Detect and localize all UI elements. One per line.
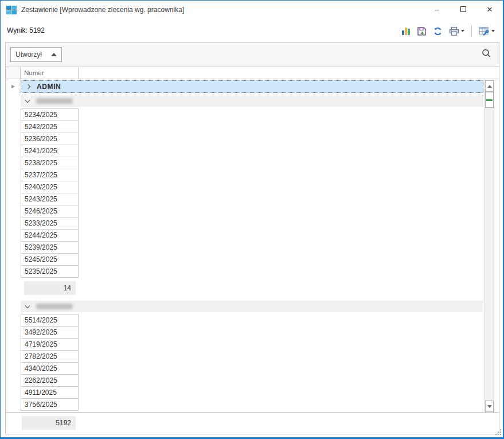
group-name-redacted bbox=[36, 304, 73, 309]
toolbar bbox=[400, 24, 496, 38]
scroll-up-icon bbox=[487, 85, 492, 88]
group-row[interactable] bbox=[21, 301, 483, 312]
numer-cell[interactable]: 2782/2025 bbox=[21, 350, 79, 363]
save-icon bbox=[417, 26, 427, 36]
group-block: 5234/20255242/20255236/20255241/20255238… bbox=[21, 95, 483, 295]
numer-cell[interactable]: 5237/2025 bbox=[21, 169, 79, 181]
grand-total-cell: 5192 bbox=[22, 416, 76, 430]
scroll-down-icon bbox=[487, 405, 492, 408]
numer-cell[interactable]: 5240/2025 bbox=[21, 181, 79, 193]
numer-cell[interactable]: 5238/2025 bbox=[21, 157, 79, 169]
group-row[interactable]: ▶ADMIN bbox=[21, 80, 483, 93]
numer-cell[interactable]: 4340/2025 bbox=[21, 362, 79, 375]
scroll-marker bbox=[486, 99, 493, 101]
vertical-scrollbar[interactable] bbox=[485, 80, 494, 413]
customize-dropdown-caret bbox=[491, 30, 495, 32]
minimize-button[interactable]: – bbox=[424, 1, 450, 18]
print-icon bbox=[449, 26, 459, 36]
chart-button[interactable] bbox=[400, 25, 412, 37]
app-window: Zestawienie [Wprowadzone zlecenia wg. pr… bbox=[0, 0, 504, 439]
search-button[interactable] bbox=[479, 46, 493, 60]
result-value: 5192 bbox=[29, 26, 45, 34]
column-customize-button[interactable] bbox=[478, 25, 496, 37]
group-name-redacted bbox=[36, 98, 73, 104]
close-icon: ✕ bbox=[487, 5, 493, 14]
subheader: Wynik: 5192 bbox=[1, 19, 503, 42]
refresh-icon bbox=[433, 26, 443, 36]
group-field-label: Utworzył bbox=[15, 50, 42, 59]
search-icon bbox=[481, 48, 491, 59]
numer-cell[interactable]: 3492/2025 bbox=[21, 326, 79, 339]
close-button[interactable]: ✕ bbox=[476, 1, 503, 18]
group-by-panel[interactable]: Utworzył bbox=[6, 42, 499, 67]
sort-ascending-icon bbox=[51, 53, 57, 56]
result-count: Wynik: 5192 bbox=[7, 26, 45, 34]
scroll-down-button[interactable] bbox=[485, 401, 494, 412]
numer-cell[interactable]: 5233/2025 bbox=[21, 217, 79, 230]
numer-cell[interactable]: 5239/2025 bbox=[21, 241, 79, 254]
group-block: ▶ADMIN bbox=[21, 80, 483, 93]
scroll-up-button[interactable] bbox=[485, 80, 494, 92]
numer-cell[interactable]: 5236/2025 bbox=[21, 133, 79, 145]
maximize-icon bbox=[460, 6, 466, 12]
numer-cell[interactable]: 2262/2025 bbox=[21, 374, 79, 387]
numer-cell[interactable]: 4719/2025 bbox=[21, 338, 79, 351]
window-title: Zestawienie [Wprowadzone zlecenia wg. pr… bbox=[21, 6, 184, 14]
row-indicator-column-header bbox=[6, 67, 21, 79]
numer-cell[interactable]: 5244/2025 bbox=[21, 229, 79, 242]
grid-customize-icon bbox=[479, 26, 490, 36]
print-dropdown-caret bbox=[461, 30, 464, 32]
report-panel: Utworzył Numer ▶ADMIN5234/20255242/20255… bbox=[5, 42, 499, 434]
summary-bar: 5192 bbox=[6, 412, 499, 434]
maximize-button[interactable] bbox=[450, 1, 476, 18]
numer-cell[interactable]: 5514/2025 bbox=[21, 314, 79, 327]
numer-cell[interactable]: 5234/2025 bbox=[21, 108, 79, 121]
app-icon bbox=[6, 6, 17, 14]
titlebar: Zestawienie [Wprowadzone zlecenia wg. pr… bbox=[1, 1, 503, 19]
scrollbar-thumb[interactable] bbox=[485, 92, 494, 108]
result-label: Wynik: bbox=[7, 26, 28, 34]
chevron-down-icon[interactable] bbox=[25, 303, 30, 308]
group-by-chip-utworzyl[interactable]: Utworzył bbox=[10, 47, 62, 62]
numer-cell[interactable]: 5246/2025 bbox=[21, 205, 79, 217]
resize-grip[interactable] bbox=[495, 429, 501, 435]
group-count-cell: 14 bbox=[24, 281, 76, 295]
bar-chart-icon bbox=[401, 26, 411, 36]
grid-body: ▶ADMIN5234/20255242/20255236/20255241/20… bbox=[6, 79, 499, 412]
numer-cell[interactable]: 3756/2025 bbox=[21, 398, 79, 411]
chevron-right-icon[interactable] bbox=[26, 84, 30, 89]
chevron-down-icon[interactable] bbox=[25, 98, 30, 102]
grid-header-row: Numer bbox=[6, 67, 499, 79]
grid-rows: ▶ADMIN5234/20255242/20255236/20255241/20… bbox=[6, 79, 499, 412]
refresh-button[interactable] bbox=[432, 25, 444, 37]
numer-cell[interactable]: 5242/2025 bbox=[21, 121, 79, 133]
numer-cell[interactable]: 5241/2025 bbox=[21, 145, 79, 157]
numer-cell[interactable]: 5243/2025 bbox=[21, 193, 79, 205]
toolbar-separator bbox=[471, 25, 472, 37]
save-export-button[interactable] bbox=[416, 25, 428, 37]
minimize-icon: – bbox=[435, 5, 439, 14]
print-button[interactable] bbox=[448, 25, 466, 37]
column-header-numer[interactable]: Numer bbox=[21, 67, 79, 79]
numer-cell[interactable]: 4911/2025 bbox=[21, 386, 79, 399]
numer-cell[interactable]: 5245/2025 bbox=[21, 253, 79, 266]
group-name: ADMIN bbox=[37, 83, 61, 91]
focused-row-indicator-icon: ▶ bbox=[11, 84, 15, 89]
group-row[interactable] bbox=[21, 95, 483, 107]
group-block: 5514/20253492/20254719/20252782/20254340… bbox=[21, 301, 483, 411]
numer-cell[interactable]: 5235/2025 bbox=[21, 265, 79, 278]
